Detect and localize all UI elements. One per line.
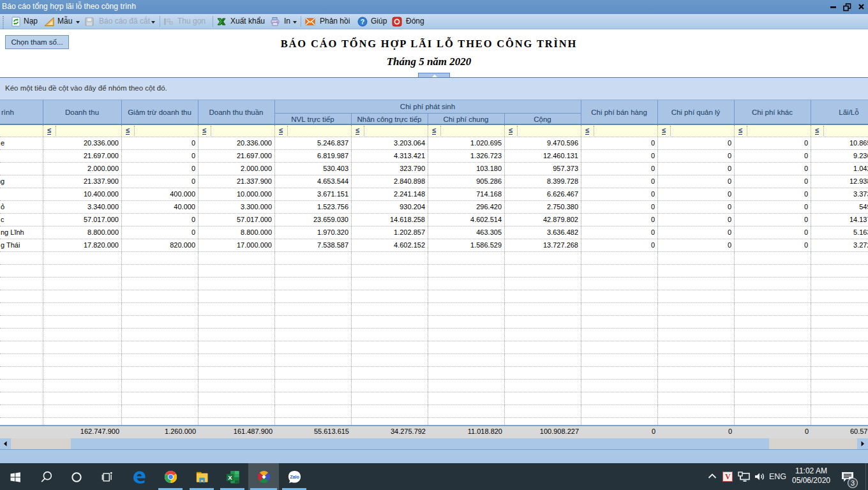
svg-text:Zalo: Zalo: [290, 475, 299, 480]
svg-text:?: ?: [361, 18, 364, 26]
svg-text:X: X: [228, 474, 232, 481]
svg-text:3: 3: [851, 479, 855, 487]
